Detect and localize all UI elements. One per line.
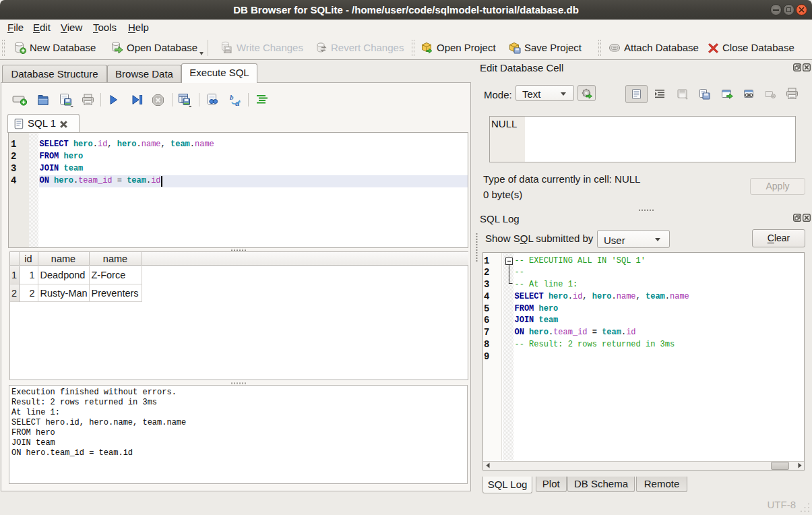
svg-text:b: b bbox=[230, 93, 234, 101]
